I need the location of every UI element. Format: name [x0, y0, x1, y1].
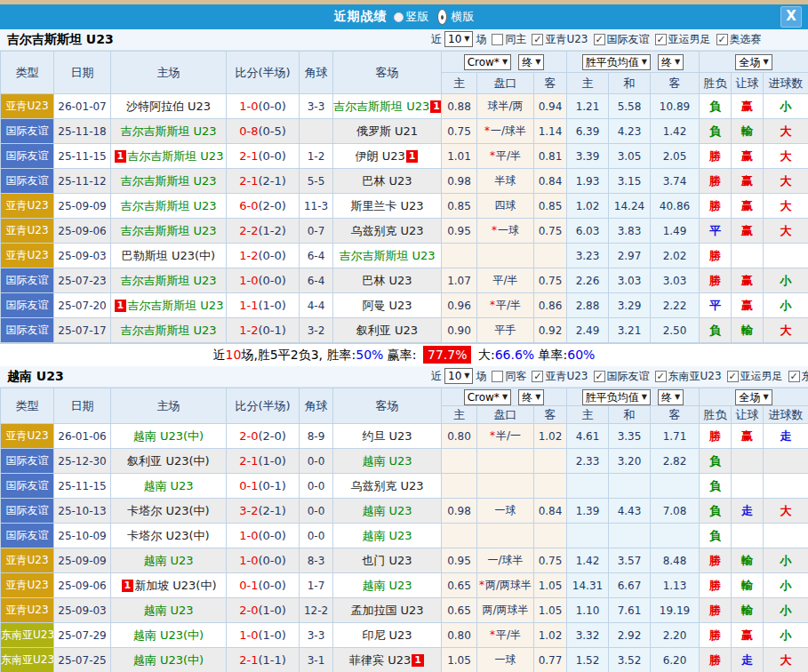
mean-draw-cell: 3.57	[609, 548, 651, 573]
layout-option-vertical[interactable]: 竖版	[394, 9, 429, 25]
team-name: 卡塔尔 U23(中)	[127, 529, 209, 542]
full-match-select[interactable]: 全场▼	[735, 54, 772, 70]
fulltime-score: 1-0	[239, 628, 258, 642]
corner-cell: 0-0	[300, 524, 333, 548]
result-text: 輸	[741, 604, 753, 617]
full-match-select[interactable]: 全场▼	[735, 389, 772, 405]
match-date-cell: 25-09-09	[54, 194, 111, 219]
final-odds-select[interactable]: 终▼	[518, 389, 544, 405]
table-row: 国际友谊25-10-13卡塔尔 U23(中)3-2(2-1)0-0越南 U230…	[1, 499, 808, 524]
close-button[interactable]: X	[780, 6, 802, 28]
filter-checkbox-league0[interactable]: ✓	[532, 371, 543, 382]
result-handicap-cell: 赢	[732, 94, 764, 119]
filter-checkbox-league4[interactable]: ✓	[788, 371, 800, 382]
odds-company-select[interactable]: Crow*▼	[464, 54, 511, 70]
match-date-cell: 25-11-15	[54, 144, 111, 169]
mean-home-cell: 2.88	[567, 293, 609, 318]
mean-away-cell: 1.42	[651, 119, 700, 144]
team-name: 沙特阿拉伯 U23	[126, 100, 211, 113]
filter-checkbox-league3[interactable]: ✓	[727, 371, 739, 382]
result-text: 負	[709, 479, 721, 492]
wdl-mean-select[interactable]: 胜平负均值▼	[582, 389, 651, 405]
odds-handicap-cell: *平/半	[477, 144, 534, 169]
halftime-score: (2-1)	[258, 174, 285, 188]
team-name: 卡塔尔 U23(中)	[127, 504, 209, 517]
final-odds-select[interactable]: 终▼	[518, 54, 544, 70]
score-cell: 2-1(1-1)	[227, 648, 300, 672]
result-text: 赢	[741, 299, 753, 312]
odds-away-cell: 0.75	[534, 548, 567, 573]
result-wdl-cell: 勝	[700, 548, 732, 573]
wdl-mean-select[interactable]: 胜平负均值▼	[582, 54, 651, 70]
handicap-star: *	[492, 224, 497, 236]
mean-home-cell: 3.32	[567, 623, 609, 648]
col-header-score: 比分(半场)	[227, 388, 300, 424]
col-header-date: 日期	[54, 52, 111, 94]
match-count-select[interactable]: 10▼	[444, 31, 473, 47]
mean-draw-cell	[609, 524, 651, 548]
halftime-score: (2-0)	[258, 429, 285, 443]
away-team-cell: 孟加拉国 U23	[333, 598, 442, 623]
filter-checkbox-league0[interactable]: ✓	[532, 34, 543, 45]
match-count-value: 10	[448, 32, 461, 46]
corner-cell: 4-4	[300, 293, 333, 318]
mean-home-cell: 1.21	[567, 94, 609, 119]
result-wdl-cell: 勝	[700, 244, 732, 268]
home-team-cell: 叙利亚 U23(中)	[111, 449, 227, 474]
mean-away-cell: 1.13	[651, 573, 700, 598]
team-name: 也门 U23	[362, 554, 412, 567]
filter-checkbox-league3[interactable]: ✓	[716, 34, 728, 45]
team-name: 吉尔吉斯斯坦 U23	[120, 174, 216, 188]
result-handicap-cell: 輸	[732, 318, 764, 343]
filter-checkbox-league1[interactable]: ✓	[594, 371, 605, 382]
result-text: 赢	[741, 628, 753, 642]
filter-checkbox-same[interactable]	[492, 371, 503, 382]
sub-header-handicap: 盘口	[477, 406, 534, 424]
filter-label: 同主	[505, 32, 526, 47]
result-handicap-cell: 赢	[732, 268, 764, 293]
filter-checkbox-league2[interactable]: ✓	[655, 371, 667, 382]
filter-checkbox-same[interactable]	[492, 34, 503, 45]
filter-checkbox-league1[interactable]: ✓	[594, 34, 605, 45]
team-name: 斯里兰卡 U23	[350, 199, 423, 212]
final-mean-select[interactable]: 终▼	[658, 54, 684, 70]
odds-away-cell: 0.92	[534, 318, 567, 343]
mean-home-cell: 3.23	[567, 244, 609, 268]
home-team-cell: 卡塔尔 U23(中)	[111, 499, 227, 524]
match-type-cell: 亚青U23	[1, 94, 54, 119]
table-row: 亚青U2326-01-06越南 U23(中)2-0(2-0)8-9约旦 U230…	[1, 424, 808, 449]
dropdown-arrow-icon: ▼	[763, 390, 768, 404]
result-text: 負	[709, 454, 721, 468]
score-cell: 0-1(0-1)	[227, 474, 300, 499]
result-text: 勝	[709, 554, 721, 567]
final-mean-select[interactable]: 终▼	[658, 389, 684, 405]
section-team-title: 越南 U23	[7, 369, 64, 385]
odds-away-cell	[534, 474, 567, 499]
result-text: 走	[741, 504, 753, 517]
mean-home-cell: 3.39	[567, 144, 609, 169]
match-date-cell: 25-10-13	[54, 499, 111, 524]
fulltime-score: 1-0	[239, 100, 258, 113]
team-name: 吉尔吉斯斯坦 U23	[120, 224, 216, 237]
layout-option-horizontal[interactable]: 横版	[436, 9, 475, 25]
match-count-select[interactable]: 10▼	[444, 368, 473, 384]
odds-handicap-cell	[477, 524, 534, 548]
odds-handicap-cell	[477, 449, 534, 474]
match-type-cell: 国际友谊	[1, 144, 54, 169]
odds-home-cell: 0.65	[442, 598, 477, 623]
mean-home-cell: 1.42	[567, 548, 609, 573]
odds-away-cell	[534, 524, 567, 548]
odds-home-cell	[442, 449, 477, 474]
score-cell: 1-0(0-0)	[227, 94, 300, 119]
halftime-score: (0-0)	[258, 529, 285, 542]
team-name: 越南 U23(中)	[133, 628, 204, 642]
summary-segment: 大:	[474, 348, 494, 362]
halftime-score: (0-5)	[258, 124, 285, 138]
odds-away-cell: 0.84	[534, 499, 567, 524]
sub-header-handicap-result: 让球	[732, 406, 764, 424]
mean-home-cell: 6.03	[567, 219, 609, 244]
team-name: 吉尔吉斯斯坦 U23	[120, 324, 216, 337]
odds-company-select[interactable]: Crow*▼	[464, 389, 511, 405]
filter-checkbox-league2[interactable]: ✓	[655, 34, 667, 45]
odds-handicap-cell: 平/半	[477, 268, 534, 293]
